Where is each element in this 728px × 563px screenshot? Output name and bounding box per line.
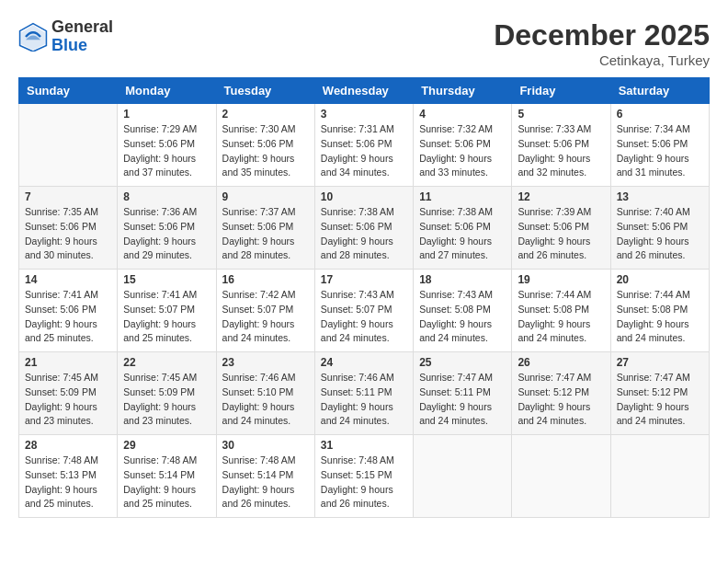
- table-row: 18Sunrise: 7:43 AMSunset: 5:08 PMDayligh…: [414, 270, 512, 352]
- day-number: 6: [617, 108, 703, 121]
- daylight-text: Daylight: 9 hours and 24 minutes.: [617, 317, 703, 347]
- daylight-text: Daylight: 9 hours and 25 minutes.: [123, 317, 210, 347]
- cell-info: Sunrise: 7:48 AMSunset: 5:15 PMDaylight:…: [321, 454, 407, 511]
- table-row: 29Sunrise: 7:48 AMSunset: 5:14 PMDayligh…: [118, 435, 216, 518]
- day-number: 9: [222, 190, 309, 203]
- month-title: December 2025: [494, 18, 710, 52]
- day-number: 22: [123, 356, 210, 369]
- table-row: [414, 435, 512, 518]
- cell-info: Sunrise: 7:32 AMSunset: 5:06 PMDaylight:…: [419, 122, 506, 180]
- sunset-text: Sunset: 5:10 PM: [222, 385, 309, 400]
- daylight-text: Daylight: 9 hours and 34 minutes.: [321, 152, 407, 181]
- sunrise-text: Sunrise: 7:48 AM: [222, 454, 309, 468]
- table-row: 26Sunrise: 7:47 AMSunset: 5:12 PMDayligh…: [512, 352, 610, 435]
- cell-info: Sunrise: 7:38 AMSunset: 5:06 PMDaylight:…: [419, 205, 506, 263]
- sunset-text: Sunset: 5:14 PM: [222, 468, 309, 483]
- table-row: 19Sunrise: 7:44 AMSunset: 5:08 PMDayligh…: [512, 270, 610, 352]
- table-row: 16Sunrise: 7:42 AMSunset: 5:07 PMDayligh…: [216, 270, 314, 352]
- table-row: 6Sunrise: 7:34 AMSunset: 5:06 PMDaylight…: [610, 104, 709, 187]
- sunset-text: Sunset: 5:12 PM: [617, 385, 703, 400]
- sunset-text: Sunset: 5:06 PM: [617, 137, 703, 152]
- header-row: SundayMondayTuesdayWednesdayThursdayFrid…: [19, 78, 710, 104]
- table-row: 8Sunrise: 7:36 AMSunset: 5:06 PMDaylight…: [118, 187, 216, 270]
- table-row: 11Sunrise: 7:38 AMSunset: 5:06 PMDayligh…: [414, 187, 512, 270]
- sunset-text: Sunset: 5:15 PM: [321, 468, 407, 483]
- sunset-text: Sunset: 5:11 PM: [321, 385, 407, 400]
- sunset-text: Sunset: 5:07 PM: [222, 303, 309, 317]
- table-row: 2Sunrise: 7:30 AMSunset: 5:06 PMDaylight…: [216, 104, 314, 187]
- cell-info: Sunrise: 7:48 AMSunset: 5:13 PMDaylight:…: [25, 454, 111, 511]
- location: Cetinkaya, Turkey: [494, 52, 710, 68]
- sunrise-text: Sunrise: 7:40 AM: [617, 205, 703, 220]
- day-number: 28: [25, 439, 111, 452]
- daylight-text: Daylight: 9 hours and 25 minutes.: [25, 317, 111, 347]
- day-number: 3: [321, 108, 407, 121]
- cell-info: Sunrise: 7:31 AMSunset: 5:06 PMDaylight:…: [321, 122, 407, 180]
- calendar-body: 1Sunrise: 7:29 AMSunset: 5:06 PMDaylight…: [19, 104, 710, 518]
- table-row: 17Sunrise: 7:43 AMSunset: 5:07 PMDayligh…: [314, 270, 413, 352]
- daylight-text: Daylight: 9 hours and 24 minutes.: [518, 317, 604, 347]
- cell-info: Sunrise: 7:33 AMSunset: 5:06 PMDaylight:…: [518, 122, 604, 180]
- day-number: 2: [222, 108, 309, 121]
- weekday-header: Monday: [118, 78, 216, 104]
- daylight-text: Daylight: 9 hours and 23 minutes.: [123, 400, 210, 430]
- day-number: 5: [518, 108, 604, 121]
- day-number: 12: [518, 190, 604, 203]
- sunrise-text: Sunrise: 7:38 AM: [321, 205, 407, 220]
- sunrise-text: Sunrise: 7:41 AM: [25, 288, 111, 303]
- cell-info: Sunrise: 7:45 AMSunset: 5:09 PMDaylight:…: [25, 371, 111, 429]
- sunset-text: Sunset: 5:08 PM: [518, 303, 604, 317]
- sunrise-text: Sunrise: 7:46 AM: [321, 371, 407, 385]
- cell-info: Sunrise: 7:47 AMSunset: 5:11 PMDaylight:…: [419, 371, 506, 429]
- table-row: 30Sunrise: 7:48 AMSunset: 5:14 PMDayligh…: [216, 435, 314, 518]
- logo-text: General Blue: [51, 18, 113, 55]
- sunrise-text: Sunrise: 7:41 AM: [123, 288, 210, 303]
- sunset-text: Sunset: 5:12 PM: [518, 385, 604, 400]
- table-row: [19, 104, 118, 187]
- sunset-text: Sunset: 5:08 PM: [419, 303, 506, 317]
- sunset-text: Sunset: 5:07 PM: [123, 303, 210, 317]
- sunset-text: Sunset: 5:06 PM: [321, 220, 407, 235]
- day-number: 24: [321, 356, 407, 369]
- table-row: 7Sunrise: 7:35 AMSunset: 5:06 PMDaylight…: [19, 187, 118, 270]
- sunrise-text: Sunrise: 7:48 AM: [123, 454, 210, 468]
- cell-info: Sunrise: 7:38 AMSunset: 5:06 PMDaylight:…: [321, 205, 407, 263]
- daylight-text: Daylight: 9 hours and 26 minutes.: [222, 483, 309, 512]
- weekday-header: Tuesday: [216, 78, 314, 104]
- daylight-text: Daylight: 9 hours and 24 minutes.: [222, 400, 309, 430]
- cell-info: Sunrise: 7:37 AMSunset: 5:06 PMDaylight:…: [222, 205, 309, 263]
- weekday-header: Wednesday: [314, 78, 413, 104]
- table-row: 15Sunrise: 7:41 AMSunset: 5:07 PMDayligh…: [118, 270, 216, 352]
- sunset-text: Sunset: 5:06 PM: [25, 220, 111, 235]
- table-row: 13Sunrise: 7:40 AMSunset: 5:06 PMDayligh…: [610, 187, 709, 270]
- sunrise-text: Sunrise: 7:35 AM: [25, 205, 111, 220]
- title-block: December 2025 Cetinkaya, Turkey: [494, 18, 710, 68]
- day-number: 13: [617, 190, 703, 203]
- day-number: 30: [222, 439, 309, 452]
- day-number: 23: [222, 356, 309, 369]
- sunrise-text: Sunrise: 7:37 AM: [222, 205, 309, 220]
- week-row: 28Sunrise: 7:48 AMSunset: 5:13 PMDayligh…: [19, 435, 710, 518]
- cell-info: Sunrise: 7:41 AMSunset: 5:07 PMDaylight:…: [123, 288, 210, 346]
- logo-icon: [18, 22, 48, 52]
- day-number: 25: [419, 356, 506, 369]
- cell-info: Sunrise: 7:34 AMSunset: 5:06 PMDaylight:…: [617, 122, 703, 180]
- week-row: 14Sunrise: 7:41 AMSunset: 5:06 PMDayligh…: [19, 270, 710, 352]
- sunrise-text: Sunrise: 7:32 AM: [419, 122, 506, 137]
- cell-info: Sunrise: 7:30 AMSunset: 5:06 PMDaylight:…: [222, 122, 309, 180]
- logo: General Blue: [18, 18, 113, 55]
- sunset-text: Sunset: 5:11 PM: [419, 385, 506, 400]
- cell-info: Sunrise: 7:45 AMSunset: 5:09 PMDaylight:…: [123, 371, 210, 429]
- daylight-text: Daylight: 9 hours and 28 minutes.: [321, 235, 407, 264]
- cell-info: Sunrise: 7:44 AMSunset: 5:08 PMDaylight:…: [518, 288, 604, 346]
- daylight-text: Daylight: 9 hours and 26 minutes.: [321, 483, 407, 512]
- sunrise-text: Sunrise: 7:33 AM: [518, 122, 604, 137]
- daylight-text: Daylight: 9 hours and 24 minutes.: [222, 317, 309, 347]
- sunrise-text: Sunrise: 7:45 AM: [25, 371, 111, 385]
- day-number: 4: [419, 108, 506, 121]
- table-row: 25Sunrise: 7:47 AMSunset: 5:11 PMDayligh…: [414, 352, 512, 435]
- sunset-text: Sunset: 5:06 PM: [25, 303, 111, 317]
- day-number: 29: [123, 439, 210, 452]
- table-row: 20Sunrise: 7:44 AMSunset: 5:08 PMDayligh…: [610, 270, 709, 352]
- sunset-text: Sunset: 5:13 PM: [25, 468, 111, 483]
